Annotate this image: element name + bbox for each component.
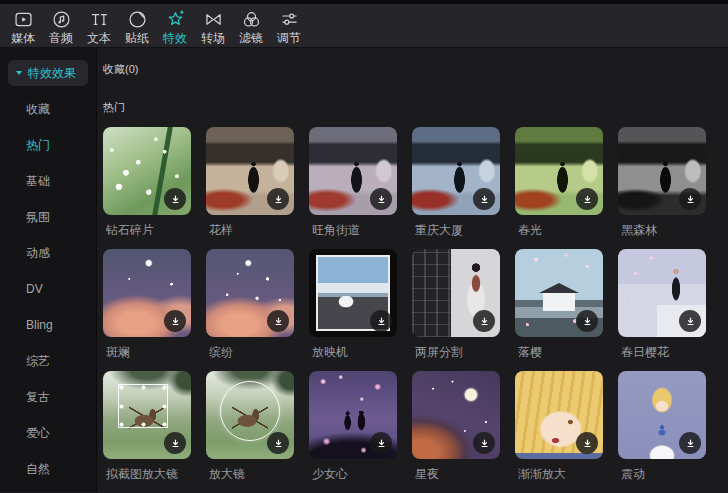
effect-card[interactable]: 春日樱花	[618, 249, 706, 361]
text-icon	[89, 9, 110, 30]
tab-effects[interactable]: 特效	[156, 9, 194, 45]
effect-card[interactable]: 渐渐放大	[515, 371, 603, 483]
effect-label: 震动	[621, 466, 706, 483]
sidebar-item-love[interactable]: 爱心	[0, 415, 96, 451]
effect-label: 星夜	[415, 466, 500, 483]
effect-card[interactable]: 春光	[515, 127, 603, 239]
download-button[interactable]	[473, 310, 495, 332]
effect-thumbnail	[206, 371, 294, 459]
tab-sticker[interactable]: 贴纸	[118, 9, 156, 45]
effect-label: 渐渐放大	[518, 466, 603, 483]
tab-adjust[interactable]: 调节	[270, 9, 308, 45]
sidebar-item-favorites[interactable]: 收藏	[0, 91, 96, 127]
download-button[interactable]	[679, 310, 701, 332]
effect-card[interactable]: 斑斓	[103, 249, 191, 361]
effect-card[interactable]: 放映机	[309, 249, 397, 361]
effect-thumbnail	[103, 371, 191, 459]
section-header-hot: 热门	[103, 100, 728, 115]
effect-label: 黑森林	[621, 222, 706, 239]
sidebar-group-effects[interactable]: 特效效果	[8, 60, 88, 86]
effect-card[interactable]: 落樱	[515, 249, 603, 361]
category-sidebar: 特效效果 收藏 热门 基础 氛围 动感 DV Bling 综艺 复古 爱心 自然	[0, 48, 97, 492]
download-button[interactable]	[370, 188, 392, 210]
download-icon	[581, 315, 594, 328]
download-icon	[375, 315, 388, 328]
effect-label: 春日樱花	[621, 344, 706, 361]
adjust-icon	[279, 9, 300, 30]
sidebar-item-dv[interactable]: DV	[0, 271, 96, 307]
download-button[interactable]	[473, 188, 495, 210]
download-icon	[272, 437, 285, 450]
download-button[interactable]	[473, 432, 495, 454]
download-button[interactable]	[576, 310, 598, 332]
effect-label: 旺角街道	[312, 222, 397, 239]
effect-card[interactable]: 两屏分割	[412, 249, 500, 361]
tab-text[interactable]: 文本	[80, 9, 118, 45]
effect-thumbnail	[412, 371, 500, 459]
sidebar-item-hot[interactable]: 热门	[0, 127, 96, 163]
sidebar-item-basic[interactable]: 基础	[0, 163, 96, 199]
download-button[interactable]	[679, 188, 701, 210]
effect-thumbnail	[515, 249, 603, 337]
tab-transition[interactable]: 转场	[194, 9, 232, 45]
effect-label: 两屏分割	[415, 344, 500, 361]
sidebar-item-variety[interactable]: 综艺	[0, 343, 96, 379]
effect-thumbnail	[103, 127, 191, 215]
effect-card[interactable]: 缤纷	[206, 249, 294, 361]
download-button[interactable]	[370, 310, 392, 332]
download-icon	[169, 315, 182, 328]
sidebar-item-bling[interactable]: Bling	[0, 307, 96, 343]
download-icon	[272, 193, 285, 206]
effect-thumbnail	[206, 127, 294, 215]
download-button[interactable]	[267, 188, 289, 210]
sticker-icon	[127, 9, 148, 30]
download-button[interactable]	[370, 432, 392, 454]
effect-card[interactable]: 重庆大厦	[412, 127, 500, 239]
effect-card[interactable]: 黑森林	[618, 127, 706, 239]
effect-thumbnail	[103, 249, 191, 337]
transition-icon	[203, 9, 224, 30]
sidebar-item-atmosphere[interactable]: 氛围	[0, 199, 96, 235]
tab-transition-label: 转场	[201, 32, 225, 45]
download-button[interactable]	[267, 432, 289, 454]
effect-label: 春光	[518, 222, 603, 239]
effect-card[interactable]: 震动	[618, 371, 706, 483]
sidebar-item-retro[interactable]: 复古	[0, 379, 96, 415]
download-icon	[169, 437, 182, 450]
download-icon	[478, 437, 491, 450]
download-button[interactable]	[576, 432, 598, 454]
effects-panel: 收藏(0) 热门 钻石碎片 花样	[97, 48, 728, 492]
effect-thumbnail	[309, 127, 397, 215]
effect-card[interactable]: 放大镜	[206, 371, 294, 483]
download-button[interactable]	[164, 432, 186, 454]
download-button[interactable]	[267, 310, 289, 332]
effect-card[interactable]: 旺角街道	[309, 127, 397, 239]
tab-filter[interactable]: 滤镜	[232, 9, 270, 45]
download-icon	[478, 193, 491, 206]
top-toolbar: 媒体 音频 文本 贴纸 特效 转场 滤镜 调节	[0, 4, 728, 48]
download-button[interactable]	[164, 188, 186, 210]
effect-card[interactable]: 花样	[206, 127, 294, 239]
download-button[interactable]	[679, 432, 701, 454]
sidebar-item-dynamic[interactable]: 动感	[0, 235, 96, 271]
download-icon	[478, 315, 491, 328]
effect-card[interactable]: 星夜	[412, 371, 500, 483]
category-list: 收藏 热门 基础 氛围 动感 DV Bling 综艺 复古 爱心 自然	[0, 91, 96, 487]
effect-thumbnail	[618, 249, 706, 337]
download-icon	[684, 193, 697, 206]
download-icon	[169, 193, 182, 206]
download-button[interactable]	[576, 188, 598, 210]
effect-label: 缤纷	[209, 344, 294, 361]
tab-audio[interactable]: 音频	[42, 9, 80, 45]
effect-card[interactable]: 拟截图放大镜	[103, 371, 191, 483]
tab-media[interactable]: 媒体	[4, 9, 42, 45]
download-icon	[375, 437, 388, 450]
sidebar-item-nature[interactable]: 自然	[0, 451, 96, 487]
tab-sticker-label: 贴纸	[125, 32, 149, 45]
sidebar-group-label: 特效效果	[28, 65, 76, 82]
tab-audio-label: 音频	[49, 32, 73, 45]
download-button[interactable]	[164, 310, 186, 332]
effect-card[interactable]: 钻石碎片	[103, 127, 191, 239]
effect-thumbnail	[618, 127, 706, 215]
effect-card[interactable]: 少女心	[309, 371, 397, 483]
